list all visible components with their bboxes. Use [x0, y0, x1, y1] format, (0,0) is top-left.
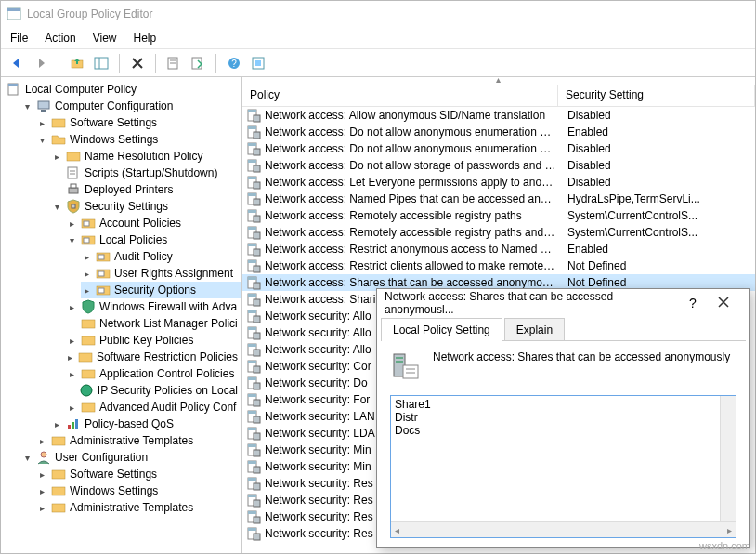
policy-item-icon — [246, 208, 261, 223]
split-handle-icon[interactable]: ▴ — [242, 77, 755, 85]
dialog-titlebar[interactable]: Network access: Shares that can be acces… — [377, 289, 749, 317]
svg-rect-55 — [254, 149, 260, 155]
dialog-close-button[interactable] — [705, 297, 742, 310]
tree-scripts[interactable]: Scripts (Startup/Shutdown) — [51, 165, 241, 181]
tree-ipsec-policies[interactable]: IP Security Policies on Local — [66, 382, 241, 399]
scroll-left-icon[interactable]: ◂ — [395, 525, 399, 535]
tree-app-control-policies[interactable]: ▸Application Control Policies — [66, 365, 241, 382]
tree-software-settings-2[interactable]: ▸Software Settings — [36, 466, 241, 482]
scroll-right-icon[interactable]: ▸ — [727, 525, 732, 535]
tree-name-resolution-policy[interactable]: ▸Name Resolution Policy — [51, 148, 241, 165]
back-button[interactable] — [7, 53, 27, 73]
chevron-right-icon[interactable]: ▸ — [51, 418, 62, 429]
chevron-right-icon[interactable]: ▸ — [36, 502, 47, 513]
tree-windows-settings-2[interactable]: ▸Windows Settings — [36, 482, 241, 499]
policy-row[interactable]: Network access: Remotely accessible regi… — [242, 207, 755, 224]
properties-dialog[interactable]: Network access: Shares that can be acces… — [376, 288, 750, 548]
tree-audit-policy[interactable]: ▸Audit Policy — [81, 248, 241, 265]
properties-button[interactable] — [163, 53, 184, 73]
show-hide-tree-button[interactable] — [91, 53, 111, 73]
tree-windows-firewall[interactable]: ▸Windows Firewall with Adva — [66, 298, 241, 315]
tree-deployed-printers[interactable]: Deployed Printers — [51, 181, 241, 198]
chevron-right-icon[interactable]: ▸ — [66, 335, 77, 346]
tree-computer-configuration[interactable]: ▾Computer Configuration — [21, 98, 241, 114]
tree-admin-templates-2[interactable]: ▸Administrative Templates — [36, 499, 241, 516]
policy-row[interactable]: Network access: Do not allow storage of … — [242, 157, 755, 174]
hscrollbar[interactable]: ◂▸ — [391, 521, 736, 537]
svg-rect-79 — [254, 283, 260, 289]
tree-network-list-policies[interactable]: Network List Manager Polici — [66, 315, 241, 332]
titlebar[interactable]: Local Group Policy Editor — [1, 1, 755, 27]
column-setting[interactable]: Security Setting — [558, 85, 755, 106]
tree-local-policies[interactable]: ▾Local Policies — [66, 231, 241, 248]
tree-security-options[interactable]: ▸Security Options — [81, 282, 241, 298]
help-button[interactable]: ? — [224, 53, 244, 73]
chevron-right-icon[interactable]: ▸ — [51, 151, 62, 162]
column-policy[interactable]: Policy — [242, 85, 558, 106]
chevron-right-icon[interactable]: ▸ — [66, 368, 77, 379]
svg-rect-45 — [52, 487, 65, 495]
svg-point-43 — [41, 452, 46, 457]
tree-security-settings[interactable]: ▾Security Settings — [51, 198, 241, 215]
chevron-down-icon[interactable]: ▾ — [36, 134, 47, 145]
svg-rect-88 — [254, 333, 260, 339]
policy-item-icon — [246, 225, 261, 240]
tree-software-restriction[interactable]: ▸Software Restriction Policies — [66, 349, 241, 365]
chevron-right-icon[interactable]: ▸ — [66, 218, 77, 229]
menu-action[interactable]: Action — [45, 32, 75, 45]
policy-row[interactable]: Network access: Remotely accessible regi… — [242, 224, 755, 241]
up-button[interactable] — [67, 53, 87, 73]
menu-file[interactable]: File — [10, 32, 28, 45]
shares-textarea[interactable] — [391, 396, 720, 521]
chevron-down-icon[interactable]: ▾ — [21, 452, 33, 463]
chevron-down-icon[interactable]: ▾ — [51, 201, 62, 212]
policy-row[interactable]: Network access: Restrict anonymous acces… — [242, 241, 755, 257]
delete-button[interactable] — [127, 53, 148, 73]
chevron-right-icon[interactable]: ▸ — [36, 117, 47, 128]
menu-view[interactable]: View — [93, 32, 117, 45]
svg-rect-124 — [254, 534, 260, 540]
svg-rect-106 — [254, 433, 260, 440]
chevron-right-icon[interactable]: ▸ — [81, 284, 92, 296]
tab-local-policy-setting[interactable]: Local Policy Setting — [381, 318, 502, 341]
policy-row[interactable]: Network access: Do not allow anonymous e… — [242, 140, 755, 157]
chevron-right-icon[interactable]: ▸ — [66, 402, 77, 413]
tree-advanced-audit[interactable]: ▸Advanced Audit Policy Conf — [66, 399, 241, 416]
chevron-right-icon[interactable]: ▸ — [66, 351, 74, 363]
filter-button[interactable] — [248, 53, 268, 73]
list-header: Policy Security Setting — [242, 85, 755, 107]
tree-account-policies[interactable]: ▸Account Policies — [66, 215, 241, 231]
policy-row[interactable]: Network access: Allow anonymous SID/Name… — [242, 107, 755, 124]
dialog-tabs: Local Policy Setting Explain — [381, 317, 746, 341]
svg-rect-102 — [248, 411, 256, 414]
policy-row[interactable]: Network access: Restrict clients allowed… — [242, 257, 755, 274]
tree-policy-qos[interactable]: ▸Policy-based QoS — [51, 416, 241, 432]
chevron-right-icon[interactable]: ▸ — [36, 485, 47, 496]
chevron-right-icon[interactable]: ▸ — [36, 435, 47, 446]
tree-admin-templates-1[interactable]: ▸Administrative Templates — [36, 432, 241, 449]
chevron-down-icon[interactable]: ▾ — [21, 100, 33, 112]
tree-root[interactable]: Local Computer Policy — [7, 81, 241, 98]
tree-pane[interactable]: Local Computer Policy ▾Computer Configur… — [1, 77, 242, 553]
policy-row[interactable]: Network access: Do not allow anonymous e… — [242, 124, 755, 140]
chevron-right-icon[interactable]: ▸ — [81, 268, 92, 279]
tree-user-rights[interactable]: ▸User Rights Assignment — [81, 265, 241, 282]
svg-rect-76 — [254, 266, 260, 272]
forward-button[interactable] — [31, 53, 51, 73]
tree-public-key-policies[interactable]: ▸Public Key Policies — [66, 332, 241, 349]
chevron-right-icon[interactable]: ▸ — [36, 468, 47, 480]
menu-help[interactable]: Help — [134, 32, 157, 45]
tree-user-configuration[interactable]: ▾User Configuration — [21, 449, 241, 466]
policy-row[interactable]: Network access: Named Pipes that can be … — [242, 191, 755, 207]
vscrollbar[interactable] — [720, 396, 736, 521]
chevron-right-icon[interactable]: ▸ — [66, 301, 77, 312]
chevron-down-icon[interactable]: ▾ — [66, 234, 77, 245]
tree-windows-settings[interactable]: ▾Windows Settings — [36, 131, 241, 148]
tree-software-settings[interactable]: ▸Software Settings — [36, 114, 241, 131]
dialog-help-button[interactable]: ? — [681, 296, 705, 310]
policy-row[interactable]: Network access: Let Everyone permissions… — [242, 174, 755, 191]
tab-explain[interactable]: Explain — [504, 318, 565, 341]
export-button[interactable] — [188, 53, 208, 73]
svg-rect-70 — [254, 232, 260, 239]
chevron-right-icon[interactable]: ▸ — [81, 251, 92, 262]
